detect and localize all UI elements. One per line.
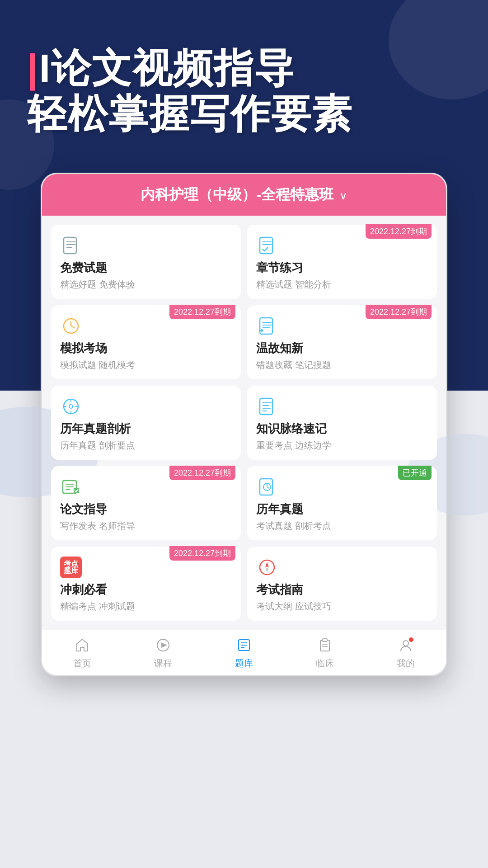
mock-exam-desc: 模拟试题 随机模考 [60, 359, 232, 371]
nav-mine-label: 我的 [397, 657, 415, 670]
user-icon-wrapper [398, 637, 413, 655]
sprint-badge: 2022.12.27到期 [169, 546, 235, 561]
cards-grid: 免费试题 精选好题 免费体验 2022.12.27到期 章节练习 [51, 225, 437, 621]
card-knowledge[interactable]: 知识脉络速记 重要考点 边练边学 [247, 386, 437, 460]
card-past-exam[interactable]: 已开通 历年真题 考试真题 剖析考点 [247, 466, 437, 540]
svg-marker-37 [265, 567, 269, 573]
past-exam-desc: 考试真题 剖析考点 [256, 520, 428, 532]
nav-course-label: 课程 [154, 657, 172, 670]
card-review[interactable]: 2022.12.27到期 温故知新 错题收藏 笔记搜题 [247, 305, 437, 379]
knowledge-title: 知识脉络速记 [256, 421, 428, 437]
svg-rect-21 [260, 398, 272, 415]
chapter-practice-badge: 2022.12.27到期 [366, 224, 432, 239]
review-title: 温故知新 [256, 340, 428, 356]
card-chapter-practice[interactable]: 2022.12.27到期 章节练习 精选试题 智能分析 [247, 225, 437, 299]
review-desc: 错题收藏 笔记搜题 [256, 359, 428, 371]
clipboard-icon-wrapper [317, 637, 333, 655]
knowledge-desc: 重要考点 边练边学 [256, 439, 428, 452]
compass-icon [256, 557, 278, 578]
app-device: 内科护理（中级）-全程特惠班 ∨ 免费试题 精选 [41, 173, 447, 676]
past-analysis-title: 历年真题剖析 [60, 421, 232, 437]
svg-point-48 [403, 641, 408, 646]
history-icon [60, 396, 82, 417]
svg-rect-45 [323, 639, 327, 642]
exam-history-icon [256, 476, 278, 498]
sprint-desc: 精编考点 冲刺试题 [60, 600, 232, 613]
list-icon-wrapper [236, 637, 252, 655]
card-free-exam[interactable]: 免费试题 精选好题 免费体验 [51, 225, 241, 299]
sprint-title: 冲刺必看 [60, 582, 232, 598]
device-wrapper: 内科护理（中级）-全程特惠班 ∨ 免费试题 精选 [0, 173, 488, 676]
svg-rect-0 [64, 237, 76, 254]
nav-home-label: 首页 [73, 657, 91, 670]
essay-desc: 写作发表 名师指导 [60, 520, 232, 532]
past-analysis-desc: 历年真题 剖析要点 [60, 439, 232, 452]
svg-point-14 [260, 329, 263, 332]
app-header[interactable]: 内科护理（中级）-全程特惠班 ∨ [42, 174, 446, 216]
nav-question-label: 题库 [235, 657, 253, 670]
doc-icon [60, 235, 82, 256]
essay-icon [60, 476, 82, 498]
app-header-title: 内科护理（中级）-全程特惠班 [141, 186, 333, 203]
hero-line2: 轻松掌握写作要素 [27, 91, 352, 136]
clock-icon [60, 315, 82, 337]
nav-mine[interactable]: 我的 [365, 637, 446, 670]
nav-question[interactable]: 题库 [204, 637, 285, 670]
card-mock-exam[interactable]: 2022.12.27到期 模拟考场 模拟试题 随机模考 [51, 305, 241, 379]
nav-clinical[interactable]: 临床 [284, 637, 365, 670]
past-exam-title: 历年真题 [256, 501, 428, 517]
chapter-practice-title: 章节练习 [256, 260, 428, 276]
svg-point-16 [69, 405, 73, 408]
svg-marker-39 [161, 642, 167, 648]
free-exam-title: 免费试题 [60, 260, 232, 276]
past-exam-badge: 已开通 [398, 466, 432, 480]
free-exam-desc: 精选好题 免费体验 [60, 278, 232, 291]
svg-marker-36 [265, 562, 269, 567]
card-guide[interactable]: 考试指南 考试大纲 应试技巧 [247, 547, 437, 621]
svg-rect-4 [260, 237, 272, 254]
mock-exam-badge: 2022.12.27到期 [169, 305, 235, 319]
home-icon-wrapper [75, 637, 90, 655]
guide-desc: 考试大纲 应试技巧 [256, 600, 428, 613]
sprint-icon: 考点题库 [60, 557, 82, 578]
card-essay[interactable]: 2022.12.27到期 论文指导 写作发表 名师指导 [51, 466, 241, 540]
essay-title: 论文指导 [60, 501, 232, 517]
guide-title: 考试指南 [256, 582, 428, 598]
bottom-nav: 首页 课程 [42, 630, 446, 675]
svg-rect-30 [74, 488, 79, 493]
nav-course[interactable]: 课程 [123, 637, 204, 670]
chapter-practice-desc: 精选试题 智能分析 [256, 278, 428, 291]
play-icon-wrapper [155, 637, 171, 655]
hero-pipe: | [27, 46, 39, 90]
review-badge: 2022.12.27到期 [366, 305, 432, 319]
doc-check-icon [256, 235, 278, 256]
svg-line-34 [267, 487, 269, 488]
chevron-down-icon: ∨ [339, 189, 347, 202]
knowledge-icon [256, 396, 278, 417]
app-content: 免费试题 精选好题 免费体验 2022.12.27到期 章节练习 [42, 216, 446, 630]
notification-dot [409, 637, 413, 642]
mock-exam-title: 模拟考场 [60, 340, 232, 356]
card-sprint[interactable]: 2022.12.27到期 考点题库 冲刺必看 精编考点 冲刺试题 [51, 547, 241, 621]
essay-badge: 2022.12.27到期 [169, 466, 235, 480]
note-icon [256, 315, 278, 337]
card-past-analysis[interactable]: 历年真题剖析 历年真题 剖析要点 [51, 386, 241, 460]
hero-line1: I论文视频指导 [39, 46, 295, 90]
nav-clinical-label: 临床 [316, 657, 334, 670]
svg-line-9 [71, 326, 75, 328]
nav-home[interactable]: 首页 [42, 637, 123, 670]
